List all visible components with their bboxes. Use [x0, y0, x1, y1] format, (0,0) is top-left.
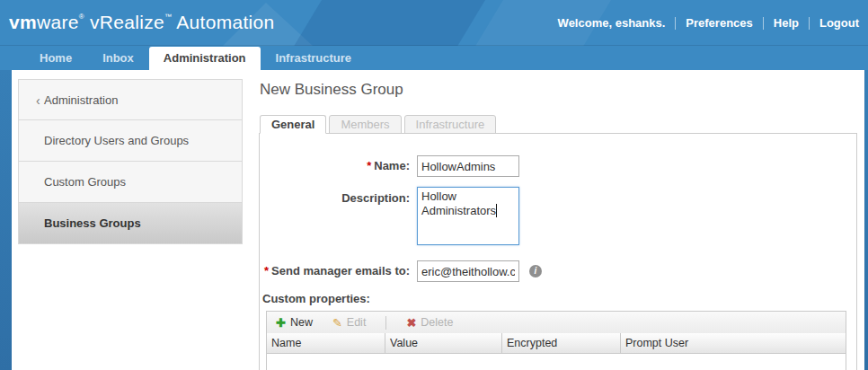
delete-x-icon: ✖	[406, 317, 416, 329]
logout-link[interactable]: Logout	[819, 16, 859, 30]
toolbar-separator	[385, 316, 386, 330]
column-header-name: Name	[267, 333, 385, 353]
plus-icon: ✚	[276, 317, 286, 329]
column-header-prompt-user: Prompt User	[621, 333, 846, 353]
header-decor-band	[294, 0, 485, 46]
required-asterisk: *	[367, 159, 371, 172]
content-panel: ‹ Administration Directory Users and Gro…	[12, 70, 864, 370]
custom-properties-table-header: Name Value Encrypted Prompt User	[266, 333, 846, 354]
page-background: ‹ Administration Directory Users and Gro…	[0, 70, 868, 370]
chevron-left-icon: ‹	[36, 80, 40, 121]
help-link[interactable]: Help	[774, 16, 799, 30]
edit-property-button[interactable]: ✎ Edit	[332, 316, 366, 329]
primary-nav: Home Inbox Administration Infrastructure	[24, 47, 367, 70]
nav-tab-infrastructure[interactable]: Infrastructure	[261, 47, 368, 70]
new-property-button[interactable]: ✚ New	[276, 316, 313, 329]
link-separator	[809, 17, 810, 30]
delete-property-button[interactable]: ✖ Delete	[406, 316, 453, 329]
required-asterisk: *	[264, 264, 269, 278]
tab-infrastructure[interactable]: Infrastructure	[404, 115, 497, 134]
pencil-icon: ✎	[332, 317, 342, 329]
manager-emails-label: *Send manager emails to:	[260, 260, 410, 282]
preferences-link[interactable]: Preferences	[686, 16, 752, 30]
manager-emails-input[interactable]	[417, 260, 519, 282]
custom-properties-label: Custom properties:	[262, 292, 370, 305]
registered-mark: ®	[79, 13, 84, 21]
sidebar-item-directory-users-and-groups[interactable]: Directory Users and Groups	[18, 120, 243, 162]
column-header-encrypted: Encrypted	[502, 333, 621, 353]
page-title: New Business Group	[260, 81, 403, 99]
link-separator	[675, 17, 676, 30]
sidebar-item-label: Business Groups	[44, 216, 141, 230]
name-label: *Name:	[260, 155, 410, 177]
name-input[interactable]	[417, 155, 519, 177]
trademark-mark: ™	[164, 13, 172, 21]
custom-properties-toolbar: ✚ New ✎ Edit ✖ Delete	[266, 311, 846, 334]
administration-sidebar: ‹ Administration Directory Users and Gro…	[18, 79, 243, 244]
nav-tab-home[interactable]: Home	[24, 47, 87, 70]
sidebar-item-administration[interactable]: ‹ Administration	[18, 79, 243, 120]
main-content: New Business Group General Members Infra…	[259, 70, 857, 370]
custom-properties-table-body	[266, 354, 846, 370]
nav-tab-administration[interactable]: Administration	[149, 47, 261, 70]
vmware-vrealize-logo: vmware® vRealize™ Automation	[9, 12, 274, 33]
tab-members[interactable]: Members	[329, 115, 401, 134]
form-tabstrip: General Members Infrastructure	[260, 115, 499, 134]
info-icon[interactable]: i	[529, 265, 542, 278]
column-header-value: Value	[385, 333, 502, 353]
general-tab-panel: *Name: Description: Hollow Administrator…	[259, 133, 857, 370]
sidebar-item-custom-groups[interactable]: Custom Groups	[18, 162, 243, 203]
user-links: Welcome, eshanks. Preferences Help Logou…	[558, 16, 859, 30]
header-divider	[0, 45, 868, 46]
logo-vm: vm	[9, 12, 37, 32]
logo-suffix: Automation	[172, 12, 274, 32]
tab-general[interactable]: General	[260, 115, 326, 134]
description-label: Description:	[260, 189, 410, 208]
sidebar-item-label: Directory Users and Groups	[44, 134, 189, 147]
welcome-text: Welcome, eshanks.	[558, 16, 666, 30]
nav-tab-inbox[interactable]: Inbox	[87, 47, 149, 70]
logo-ware: ware	[37, 12, 79, 32]
description-textarea[interactable]: Hollow Administrators	[417, 187, 519, 245]
sidebar-item-label: Administration	[44, 93, 118, 107]
vrealize-automation-screen: vmware® vRealize™ Automation Welcome, es…	[0, 0, 868, 370]
sidebar-item-label: Custom Groups	[44, 175, 126, 189]
top-header: vmware® vRealize™ Automation Welcome, es…	[0, 0, 868, 70]
sidebar-item-business-groups[interactable]: Business Groups	[18, 203, 243, 244]
text-caret	[496, 204, 497, 217]
link-separator	[763, 17, 764, 30]
logo-product: vRealize	[84, 12, 164, 32]
